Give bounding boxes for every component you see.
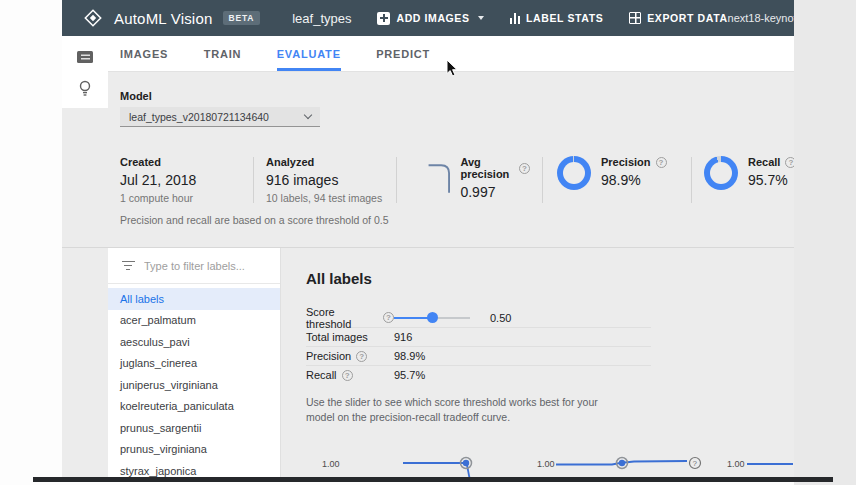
stat-avg-precision-label: Avg precision	[460, 156, 530, 180]
total-images-value: 916	[394, 331, 412, 343]
total-images-label: Total images	[306, 331, 394, 343]
panel-title: All labels	[306, 270, 794, 287]
automl-diamond-logo-icon	[84, 9, 102, 27]
score-threshold-slider[interactable]	[394, 312, 470, 324]
slider-hint-text: Use the slider to see which score thresh…	[306, 395, 598, 425]
label-list-panel: All labels acer_palmatum aesculus_pavi j…	[108, 248, 281, 482]
video-scrubber-bar[interactable]	[33, 477, 833, 482]
stat-recall-text: Recall	[748, 156, 780, 168]
tab-predict[interactable]: PREDICT	[376, 36, 430, 71]
stat-recall-label: Recall	[748, 156, 794, 168]
stat-avg-precision: Avg precision 0.997	[397, 156, 542, 200]
app-window: AutoML Vision BETA leaf_types ADD IMAGES…	[62, 0, 794, 482]
left-icon-rail	[62, 36, 108, 108]
total-images-text: Total images	[306, 331, 368, 343]
label-list: All labels acer_palmatum aesculus_pavi j…	[108, 284, 280, 482]
evaluate-content: Model leaf_types_v20180721134640 Created…	[62, 72, 794, 482]
dataset-name: leaf_types	[292, 11, 351, 26]
chart2-help-glyph: ?	[693, 459, 698, 468]
stat-precision-value: 98.9%	[601, 172, 667, 188]
total-images-row: Total images 916	[306, 327, 651, 346]
label-item[interactable]: acer_palmatum	[108, 310, 280, 332]
product-title: AutoML Vision	[114, 10, 213, 27]
recall-row: Recall 95.7%	[306, 365, 651, 384]
threshold-note: Precision and recall are based on a scor…	[120, 214, 389, 226]
precision-label: Precision	[306, 350, 394, 362]
precision-value: 98.9%	[394, 350, 425, 362]
dataset-list-icon[interactable]	[77, 49, 93, 67]
stat-precision: Precision 98.9%	[543, 156, 691, 190]
stat-analyzed: Analyzed 916 images 10 labels, 94 test i…	[254, 156, 396, 204]
stat-precision-text: Precision	[601, 156, 651, 168]
stat-recall-value: 95.7%	[748, 172, 794, 188]
chart1-ytick: 1.00	[322, 459, 340, 469]
project-name: next18-keynote-demo	[728, 12, 794, 24]
help-icon[interactable]	[356, 351, 367, 362]
table-grid-icon	[629, 12, 641, 24]
add-images-label: ADD IMAGES	[396, 12, 469, 24]
stat-created-sub: 1 compute hour	[120, 192, 241, 204]
label-item[interactable]: juglans_cinerea	[108, 353, 280, 375]
label-item[interactable]: prunus_sargentii	[108, 417, 280, 439]
label-item[interactable]: juniperus_virginiana	[108, 374, 280, 396]
chevron-down-icon	[478, 16, 484, 20]
bar-chart-icon	[510, 13, 521, 24]
label-stats-button[interactable]: LABEL STATS	[510, 12, 604, 24]
precision-row: Precision 98.9%	[306, 346, 651, 365]
plus-icon	[377, 12, 390, 25]
add-images-button[interactable]: ADD IMAGES	[377, 12, 483, 25]
score-threshold-text: Score threshold	[306, 306, 378, 330]
stat-created: Created Jul 21, 2018 1 compute hour	[120, 156, 253, 204]
stat-created-value: Jul 21, 2018	[120, 172, 241, 188]
stat-precision-label: Precision	[601, 156, 667, 168]
label-item[interactable]: koelreuteria_paniculata	[108, 396, 280, 418]
recall-text: Recall	[306, 369, 337, 381]
recall-donut-chart	[704, 156, 738, 190]
tab-train[interactable]: TRAIN	[204, 36, 242, 71]
stat-analyzed-value: 916 images	[266, 172, 384, 188]
chart2-threshold-marker[interactable]	[619, 460, 625, 466]
label-filter-input[interactable]	[144, 260, 264, 272]
help-icon[interactable]	[656, 157, 667, 168]
export-data-button[interactable]: EXPORT DATA	[629, 12, 727, 24]
filter-icon	[121, 261, 135, 271]
metric-rows: Score threshold 0.50	[306, 308, 651, 384]
label-filter-row	[108, 248, 280, 284]
chart2-ytick: 1.00	[537, 459, 555, 469]
precision-donut-chart	[557, 156, 591, 190]
stat-created-label: Created	[120, 156, 241, 168]
automl-vision-evaluate-page: AutoML Vision BETA leaf_types ADD IMAGES…	[0, 0, 856, 485]
beta-badge: BETA	[223, 11, 261, 25]
project-selector[interactable]: next18-keynote-demo	[728, 12, 794, 24]
label-item[interactable]: prunus_virginiana	[108, 439, 280, 461]
recall-label: Recall	[306, 369, 394, 381]
precision-text: Precision	[306, 350, 351, 362]
labels-section: All labels acer_palmatum aesculus_pavi j…	[62, 247, 794, 482]
label-stats-label: LABEL STATS	[526, 12, 603, 24]
help-icon[interactable]	[383, 312, 394, 323]
stat-analyzed-label: Analyzed	[266, 156, 384, 168]
lightbulb-icon[interactable]	[79, 80, 91, 101]
model-summary-stats: Created Jul 21, 2018 1 compute hour Anal…	[120, 156, 794, 204]
stat-avg-precision-value: 0.997	[460, 184, 530, 200]
tab-evaluate[interactable]: EVALUATE	[277, 36, 341, 71]
chevron-down-icon	[304, 111, 312, 119]
chart1-threshold-marker[interactable]	[463, 460, 469, 466]
help-icon[interactable]	[342, 370, 353, 381]
help-icon[interactable]	[519, 163, 530, 174]
stat-analyzed-sub: 10 labels, 94 test images	[266, 192, 384, 204]
label-item-all-labels[interactable]: All labels	[108, 288, 280, 310]
mouse-cursor	[446, 60, 458, 82]
label-item[interactable]: aesculus_pavi	[108, 331, 280, 353]
chart3-ytick: 1.00	[727, 459, 745, 469]
tab-bar: IMAGES TRAIN EVALUATE PREDICT	[62, 36, 794, 72]
score-threshold-value: 0.50	[490, 312, 511, 324]
stat-recall: Recall 95.7%	[692, 156, 794, 190]
precision-recall-curve-icon	[427, 156, 451, 198]
tab-images[interactable]: IMAGES	[120, 36, 168, 71]
score-threshold-row: Score threshold 0.50	[306, 308, 651, 327]
slider-thumb[interactable]	[427, 312, 438, 323]
model-version-select[interactable]: leaf_types_v20180721134640	[120, 107, 320, 127]
export-data-label: EXPORT DATA	[647, 12, 727, 24]
help-icon[interactable]	[785, 157, 794, 168]
